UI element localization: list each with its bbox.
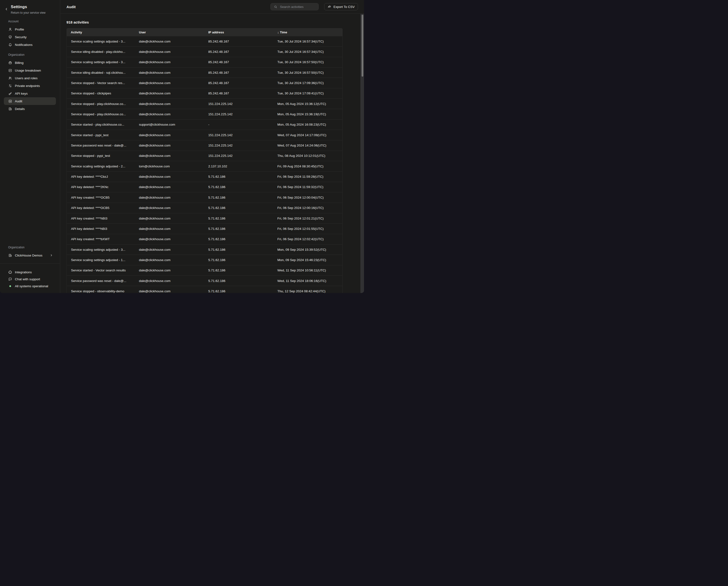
cell-time: Wed, 07 Aug 2024 14:24:06(UTC) bbox=[273, 144, 342, 147]
organization-switcher-section: Organization ClickHouse Demos bbox=[0, 246, 60, 264]
cell-ip-address: 85.242.48.167 bbox=[204, 40, 273, 43]
table-row: Service scaling settings adjusted - 3...… bbox=[67, 244, 342, 255]
cell-time: Fri, 06 Sep 2024 12:01:21(UTC) bbox=[273, 217, 342, 220]
sidebar-item-api-keys[interactable]: API keys bbox=[4, 90, 56, 97]
cell-user: dale@clickhouse.com bbox=[135, 154, 204, 157]
search-input[interactable] bbox=[280, 5, 316, 9]
cell-time: Thu, 08 Aug 2024 10:12:01(UTC) bbox=[273, 154, 342, 157]
cell-user: dale@clickhouse.com bbox=[135, 50, 204, 53]
sidebar-item-label: Users and roles bbox=[15, 76, 38, 80]
cell-activity: API key deleted: ****2KNc bbox=[67, 185, 135, 189]
cell-ip-address: 5.71.62.186 bbox=[204, 269, 273, 272]
status-dot-icon bbox=[9, 285, 11, 287]
cell-user: dale@clickhouse.com bbox=[135, 60, 204, 64]
sidebar-item-label: Security bbox=[15, 35, 27, 39]
table-row: Service stopped - observability-demodale… bbox=[67, 286, 342, 293]
table-row: Service scaling settings adjusted - 3...… bbox=[67, 36, 342, 47]
chart-box-icon bbox=[8, 69, 12, 73]
cell-user: dale@clickhouse.com bbox=[135, 206, 204, 210]
sidebar-item-label: Integrations bbox=[15, 270, 32, 274]
cell-time: Fri, 06 Sep 2024 11:59:32(UTC) bbox=[273, 185, 342, 189]
cell-time: Fri, 09 Aug 2024 08:30:45(UTC) bbox=[273, 165, 342, 168]
return-to-service-link[interactable]: Return to your service view bbox=[11, 11, 56, 15]
cell-time: Fri, 06 Sep 2024 12:02:42(UTC) bbox=[273, 237, 342, 241]
cell-time: Fri, 06 Sep 2024 12:00:16(UTC) bbox=[273, 206, 342, 210]
table-row: API key deleted: ****hBI3dale@clickhouse… bbox=[67, 224, 342, 234]
sidebar-item-clickhouse-demos[interactable]: ClickHouse Demos bbox=[4, 251, 56, 259]
column-header-ip-address[interactable]: IP address bbox=[204, 30, 273, 34]
sidebar-item-label: Private endpoints bbox=[15, 84, 40, 88]
sidebar-section-organization: OrganizationBillingUsage breakdownUsers … bbox=[0, 53, 60, 113]
swap-arrows-icon bbox=[8, 84, 12, 88]
column-header-user[interactable]: User bbox=[135, 30, 204, 34]
sidebar-item-audit[interactable]: Audit bbox=[4, 97, 56, 105]
export-csv-button[interactable]: Export To CSV bbox=[324, 3, 358, 10]
shield-check-icon bbox=[8, 35, 12, 39]
pulse-box-icon bbox=[8, 99, 12, 103]
cell-user: dale@clickhouse.com bbox=[135, 81, 204, 85]
scrollbar-track[interactable] bbox=[360, 14, 364, 293]
sidebar-item-usage-breakdown[interactable]: Usage breakdown bbox=[4, 67, 56, 74]
cell-user: dale@clickhouse.com bbox=[135, 217, 204, 220]
cell-time: Thu, 12 Sep 2024 08:42:44(UTC) bbox=[273, 289, 342, 293]
sidebar-item-notifications[interactable]: Notifications bbox=[4, 41, 56, 49]
sidebar-header: Settings Return to your service view bbox=[0, 0, 60, 15]
cell-activity: Service scaling settings adjusted - 2... bbox=[67, 165, 135, 168]
cell-user: dale@clickhouse.com bbox=[135, 102, 204, 106]
cell-ip-address: 151.224.225.142 bbox=[204, 113, 273, 116]
column-header-activity[interactable]: Activity bbox=[67, 30, 135, 34]
table-row: Service stopped - pypi_testdale@clickhou… bbox=[67, 151, 342, 161]
sidebar-item-label: All systems operational bbox=[15, 284, 48, 288]
table-row: Service scaling settings adjusted - 2...… bbox=[67, 161, 342, 171]
cell-ip-address: 5.71.62.186 bbox=[204, 248, 273, 251]
cell-user: support@clickhouse.com bbox=[135, 123, 204, 126]
table-row: Service started - pypi_testdale@clickhou… bbox=[67, 130, 342, 140]
table-row: Service stopped - play.clickhouse.co...d… bbox=[67, 109, 342, 119]
sidebar-item-details[interactable]: Details bbox=[4, 105, 56, 113]
search-icon bbox=[274, 5, 277, 9]
column-header-time[interactable]: ↓Time bbox=[273, 30, 343, 34]
cell-activity: Service started - Vector search results bbox=[67, 269, 135, 272]
table-row: Service scaling settings adjusted - 3...… bbox=[67, 57, 342, 68]
export-label: Export To CSV bbox=[334, 5, 355, 9]
sidebar-section-account: AccountProfileSecurityNotifications bbox=[0, 20, 60, 49]
table-body: Service scaling settings adjusted - 3...… bbox=[67, 36, 343, 293]
sidebar-item-all-systems-operational[interactable]: All systems operational bbox=[4, 283, 56, 290]
sidebar-item-label: API keys bbox=[15, 92, 28, 95]
cell-time: Tue, 30 Jul 2024 16:57:34(UTC) bbox=[273, 50, 342, 53]
sidebar-item-integrations[interactable]: Integrations bbox=[4, 269, 56, 276]
sidebar-item-users-and-roles[interactable]: Users and roles bbox=[4, 74, 56, 82]
export-icon bbox=[328, 5, 331, 9]
cell-user: tom@clickhouse.com bbox=[135, 165, 204, 168]
sidebar-item-security[interactable]: Security bbox=[4, 33, 56, 41]
cell-user: dale@clickhouse.com bbox=[135, 289, 204, 293]
cell-user: dale@clickhouse.com bbox=[135, 196, 204, 199]
cell-time: Tue, 30 Jul 2024 16:57:50(UTC) bbox=[273, 60, 342, 64]
scrollbar-thumb[interactable] bbox=[362, 15, 363, 77]
table-row: Service started - play.clickhouse.co...s… bbox=[67, 120, 342, 130]
audit-table: ActivityUserIP address↓Time Service scal… bbox=[67, 28, 343, 293]
back-chevron-icon[interactable] bbox=[5, 7, 8, 11]
organization-name: ClickHouse Demos bbox=[15, 253, 43, 257]
sidebar-item-profile[interactable]: Profile bbox=[4, 25, 56, 33]
cell-ip-address: 85.242.48.167 bbox=[204, 81, 273, 85]
sidebar-item-billing[interactable]: Billing bbox=[4, 59, 56, 67]
table-row: API key deleted: ****CbzJdale@clickhouse… bbox=[67, 171, 342, 182]
sidebar-item-label: Billing bbox=[15, 61, 24, 65]
cell-time: Wed, 07 Aug 2024 14:17:09(UTC) bbox=[273, 133, 342, 137]
cell-time: Mon, 05 Aug 2024 15:36:12(UTC) bbox=[273, 102, 342, 106]
cell-time: Fri, 06 Sep 2024 11:59:28(UTC) bbox=[273, 175, 342, 178]
cell-activity: Service password was reset - dale@... bbox=[67, 144, 135, 147]
table-row: Service password was reset - dale@...dal… bbox=[67, 140, 342, 151]
sidebar-title: Settings bbox=[11, 5, 56, 9]
sidebar-item-chat-with-support[interactable]: Chat with support bbox=[4, 276, 56, 283]
settings-app-window: Settings Return to your service view Acc… bbox=[0, 0, 364, 293]
cell-ip-address: - bbox=[204, 123, 273, 126]
search-box[interactable] bbox=[270, 3, 319, 10]
table-row: Service scaling settings adjusted - 1...… bbox=[67, 255, 342, 265]
cell-activity: Service stopped - clickpipes bbox=[67, 92, 135, 95]
billing-card-icon bbox=[8, 61, 12, 65]
cell-time: Fri, 06 Sep 2024 12:01:55(UTC) bbox=[273, 227, 342, 230]
keys-icon bbox=[8, 92, 12, 96]
sidebar-item-private-endpoints[interactable]: Private endpoints bbox=[4, 82, 56, 90]
